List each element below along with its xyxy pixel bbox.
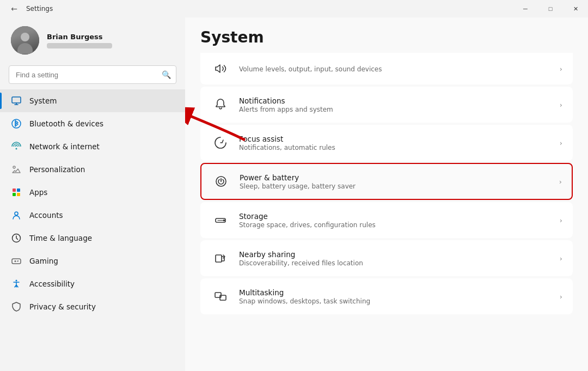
power-text: Power & battery Sleep, battery usage, ba… [240, 173, 555, 190]
nearby-icon [211, 248, 230, 268]
storage-text: Storage Storage space, drives, configura… [239, 212, 555, 229]
sidebar-label-accessibility: Accessibility [29, 279, 75, 288]
power-icon [211, 172, 231, 191]
sidebar-item-accessibility[interactable]: Accessibility [0, 272, 185, 295]
sidebar-item-privacy[interactable]: Privacy & security [0, 295, 185, 318]
sound-text: Volume levels, output, input, sound devi… [239, 65, 555, 73]
notifications-text: Notifications Alerts from apps and syste… [239, 96, 555, 113]
svg-point-14 [224, 220, 225, 221]
multitasking-text: Multitasking Snap windows, desktops, tas… [239, 288, 555, 305]
maximize-button[interactable]: □ [538, 0, 563, 17]
focus-chevron: › [560, 139, 562, 147]
focus-text: Focus assist Notifications, automatic ru… [239, 135, 555, 151]
titlebar-left: ← Settings [7, 1, 53, 16]
sidebar-label-system: System [29, 96, 57, 105]
settings-item-storage[interactable]: Storage Storage space, drives, configura… [200, 202, 573, 238]
sidebar-label-privacy: Privacy & security [29, 302, 96, 311]
app-title: Settings [26, 5, 53, 13]
sidebar-label-time: Time & language [29, 234, 92, 242]
avatar-image [11, 26, 39, 54]
content-area: System Volume levels, output, input, sou… [185, 17, 588, 371]
focus-desc: Notifications, automatic rules [239, 144, 555, 151]
minimize-button[interactable]: ─ [513, 0, 538, 17]
sidebar-item-gaming[interactable]: Gaming [0, 250, 185, 272]
nearby-desc: Discoverability, received files location [239, 259, 555, 267]
gaming-icon [11, 256, 22, 266]
power-chevron: › [559, 178, 562, 186]
settings-item-focus[interactable]: Focus assist Notifications, automatic ru… [200, 125, 573, 161]
focus-icon [211, 133, 230, 153]
sound-chevron: › [560, 65, 562, 73]
multitasking-icon [211, 287, 230, 306]
nearby-title: Nearby sharing [239, 250, 555, 259]
settings-item-multitasking[interactable]: Multitasking Snap windows, desktops, tas… [200, 278, 573, 314]
privacy-icon [11, 301, 22, 312]
svg-point-3 [13, 166, 15, 168]
sidebar: Brian Burgess 🔍 System [0, 17, 185, 371]
network-icon [11, 141, 22, 152]
sidebar-label-bluetooth: Bluetooth & devices [29, 119, 103, 128]
storage-icon [211, 210, 230, 230]
search-box: 🔍 [9, 65, 176, 84]
settings-item-power[interactable]: Power & battery Sleep, battery usage, ba… [200, 163, 573, 200]
settings-item-sound[interactable]: Volume levels, output, input, sound devi… [200, 53, 573, 84]
sidebar-item-time[interactable]: Time & language [0, 227, 185, 250]
storage-desc: Storage space, drives, configuration rul… [239, 221, 555, 229]
sidebar-item-apps[interactable]: Apps [0, 181, 185, 204]
svg-point-2 [16, 148, 17, 150]
sidebar-label-gaming: Gaming [29, 257, 58, 265]
sound-desc: Volume levels, output, input, sound devi… [239, 65, 555, 73]
multitasking-title: Multitasking [239, 288, 555, 297]
sidebar-label-network: Network & internet [29, 142, 100, 151]
svg-rect-7 [17, 193, 20, 196]
personalization-icon [11, 164, 22, 175]
settings-item-notifications[interactable]: Notifications Alerts from apps and syste… [200, 87, 573, 123]
svg-point-11 [16, 280, 17, 282]
sidebar-label-accounts: Accounts [29, 211, 63, 220]
power-desc: Sleep, battery usage, battery saver [240, 183, 555, 190]
sidebar-label-apps: Apps [29, 188, 47, 197]
sidebar-item-personalization[interactable]: Personalization [0, 158, 185, 181]
accounts-icon [11, 210, 22, 221]
close-button[interactable]: ✕ [563, 0, 588, 17]
search-input[interactable] [9, 65, 176, 84]
notifications-icon [211, 95, 230, 114]
sidebar-label-personalization: Personalization [29, 165, 85, 174]
user-name: Brian Burgess [47, 33, 112, 41]
page-title: System [200, 28, 573, 46]
user-email-bar [47, 43, 112, 48]
settings-list: Volume levels, output, input, sound devi… [200, 56, 573, 314]
accessibility-icon [11, 278, 22, 289]
user-info: Brian Burgess [47, 33, 112, 48]
notifications-desc: Alerts from apps and system [239, 106, 555, 113]
notifications-title: Notifications [239, 96, 555, 105]
app-container: Brian Burgess 🔍 System [0, 17, 588, 371]
sidebar-item-network[interactable]: Network & internet [0, 135, 185, 158]
svg-point-8 [15, 212, 18, 215]
sidebar-item-bluetooth[interactable]: Bluetooth & devices [0, 112, 185, 135]
avatar-body [17, 43, 33, 54]
avatar [11, 26, 39, 54]
apps-icon [11, 187, 22, 198]
window-controls: ─ □ ✕ [513, 0, 588, 17]
sound-icon [211, 59, 230, 78]
svg-rect-4 [13, 188, 16, 192]
user-profile[interactable]: Brian Burgess [0, 17, 185, 63]
focus-title: Focus assist [239, 135, 555, 143]
power-title: Power & battery [240, 173, 555, 182]
svg-rect-5 [17, 188, 20, 192]
avatar-head [21, 33, 29, 41]
svg-rect-0 [12, 97, 21, 103]
nearby-chevron: › [560, 254, 562, 263]
back-button[interactable]: ← [7, 1, 22, 16]
sidebar-item-accounts[interactable]: Accounts [0, 204, 185, 227]
nav-list: System Bluetooth & devices [0, 89, 185, 371]
notifications-chevron: › [560, 101, 562, 109]
bluetooth-icon [11, 118, 22, 129]
svg-rect-15 [216, 255, 222, 262]
sidebar-item-system[interactable]: System [0, 89, 185, 112]
multitasking-desc: Snap windows, desktops, task switching [239, 297, 555, 305]
multitasking-chevron: › [560, 293, 562, 301]
svg-rect-6 [13, 193, 16, 196]
settings-item-nearby[interactable]: Nearby sharing Discoverability, received… [200, 240, 573, 276]
